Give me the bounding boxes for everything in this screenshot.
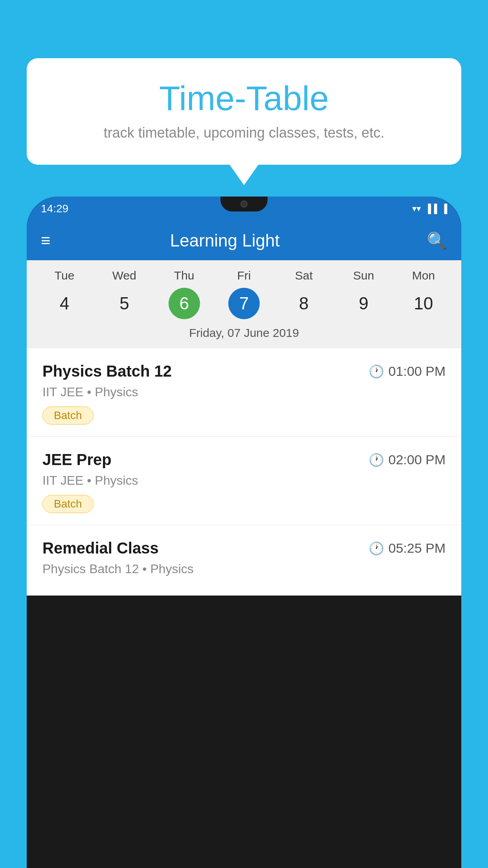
batch-badge: Batch [42, 495, 94, 513]
camera-icon [240, 200, 248, 208]
day-number: 9 [348, 288, 380, 319]
day-number: 4 [49, 288, 80, 319]
phone-frame: 14:29 ▾▾ ▐▐ ▐ ≡ Learning Light 🔍 Tue4Wed… [27, 197, 461, 868]
day-item[interactable]: Fri7 [220, 269, 268, 319]
schedule-item-header: JEE Prep🕐02:00 PM [42, 451, 446, 469]
day-number: 7 [228, 288, 260, 319]
wifi-icon: ▾▾ [412, 204, 421, 214]
class-time: 🕐02:00 PM [369, 452, 446, 467]
class-time: 🕐01:00 PM [369, 364, 446, 379]
signal-icon: ▐▐ [425, 204, 437, 214]
day-label: Wed [112, 269, 136, 282]
day-number: 8 [288, 288, 319, 319]
day-item[interactable]: Thu6 [161, 269, 208, 319]
class-subject: IIT JEE • Physics [42, 473, 446, 488]
batch-badge: Batch [42, 406, 94, 425]
day-item[interactable]: Sat8 [280, 269, 327, 319]
calendar-strip: Tue4Wed5Thu6Fri7Sat8Sun9Mon10 Friday, 07… [27, 260, 461, 348]
time-text: 05:25 PM [388, 541, 446, 556]
day-label: Sun [353, 269, 374, 282]
day-item[interactable]: Mon10 [400, 269, 447, 319]
schedule-item[interactable]: JEE Prep🕐02:00 PMIIT JEE • PhysicsBatch [27, 437, 461, 525]
class-name: JEE Prep [42, 451, 112, 469]
schedule-item-header: Remedial Class🕐05:25 PM [42, 539, 446, 557]
battery-icon: ▐ [441, 204, 447, 214]
app-title: Learning Light [62, 231, 388, 250]
status-bar: 14:29 ▾▾ ▐▐ ▐ [27, 197, 461, 221]
bubble-title: Time-Table [50, 79, 438, 118]
notch [220, 197, 268, 211]
status-time: 14:29 [41, 202, 68, 215]
clock-icon: 🕐 [369, 452, 384, 467]
schedule-item[interactable]: Physics Batch 12🕐01:00 PMIIT JEE • Physi… [27, 348, 461, 437]
app-bar: ≡ Learning Light 🔍 [27, 221, 461, 260]
day-item[interactable]: Tue4 [41, 269, 88, 319]
schedule-list: Physics Batch 12🕐01:00 PMIIT JEE • Physi… [27, 348, 461, 596]
class-name: Physics Batch 12 [42, 362, 172, 380]
class-name: Remedial Class [42, 539, 159, 557]
status-icons: ▾▾ ▐▐ ▐ [412, 204, 447, 214]
schedule-item[interactable]: Remedial Class🕐05:25 PMPhysics Batch 12 … [27, 525, 461, 596]
day-number: 5 [108, 288, 140, 319]
speech-bubble: Time-Table track timetable, upcoming cla… [27, 58, 461, 165]
class-subject: IIT JEE • Physics [42, 385, 446, 399]
search-icon[interactable]: 🔍 [427, 231, 447, 250]
bubble-subtitle: track timetable, upcoming classes, tests… [50, 125, 438, 141]
day-label: Mon [412, 269, 435, 282]
clock-icon: 🕐 [369, 364, 384, 379]
days-row: Tue4Wed5Thu6Fri7Sat8Sun9Mon10 [27, 269, 461, 319]
day-label: Fri [237, 269, 251, 282]
day-label: Thu [174, 269, 194, 282]
day-item[interactable]: Sun9 [340, 269, 387, 319]
schedule-item-header: Physics Batch 12🕐01:00 PM [42, 362, 446, 380]
time-text: 02:00 PM [388, 452, 446, 467]
day-number: 6 [169, 288, 200, 319]
class-subject: Physics Batch 12 • Physics [42, 562, 446, 576]
class-time: 🕐05:25 PM [369, 541, 446, 556]
clock-icon: 🕐 [369, 541, 384, 556]
selected-date-label: Friday, 07 June 2019 [27, 319, 461, 348]
day-number: 10 [408, 288, 439, 319]
menu-icon[interactable]: ≡ [41, 232, 51, 249]
day-item[interactable]: Wed5 [101, 269, 148, 319]
day-label: Tue [55, 269, 75, 282]
time-text: 01:00 PM [388, 364, 446, 379]
day-label: Sat [295, 269, 313, 282]
